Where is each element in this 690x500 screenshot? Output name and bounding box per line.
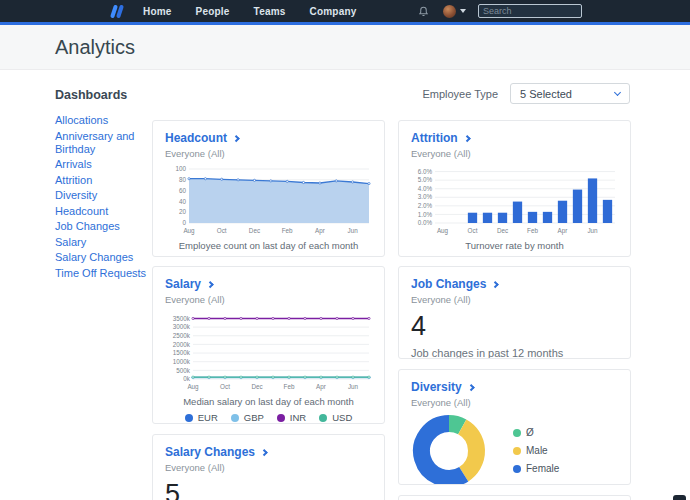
sidebar-item-allocations[interactable]: Allocations [55, 114, 152, 127]
sidebar-item-time-off-requests[interactable]: Time Off Requests [55, 267, 152, 280]
svg-text:Apr: Apr [316, 383, 326, 391]
page-header: Analytics [0, 25, 690, 70]
job-changes-title-link[interactable]: Job Changes [411, 277, 618, 291]
legend-item: GBP [231, 412, 264, 423]
chevron-right-icon [261, 449, 267, 455]
salary-changes-title-link[interactable]: Salary Changes [165, 445, 372, 459]
legend-dot-icon [277, 414, 285, 422]
svg-text:0.0%: 0.0% [418, 219, 433, 226]
diversity-title-link[interactable]: Diversity [411, 380, 618, 394]
chevron-down-icon [614, 88, 621, 95]
sidebar-item-arrivals[interactable]: Arrivals [55, 158, 152, 171]
svg-text:3500k: 3500k [173, 315, 191, 322]
sidebar-item-job-changes[interactable]: Job Changes [55, 220, 152, 233]
nav-item-teams[interactable]: Teams [254, 6, 286, 17]
svg-text:Dec: Dec [497, 227, 508, 234]
card-headcount: Headcount Everyone (All) 020406080100Aug… [152, 120, 385, 257]
sidebar-item-headcount[interactable]: Headcount [55, 205, 152, 218]
legend-dot-icon [513, 465, 521, 473]
job-changes-value: 4 [411, 313, 618, 340]
employee-type-label: Employee Type [422, 88, 498, 100]
legend-dot-icon [185, 414, 193, 422]
headcount-title-link[interactable]: Headcount [165, 131, 372, 145]
headcount-title: Headcount [165, 131, 227, 145]
legend-dot-icon [513, 447, 521, 455]
job-changes-caption: Job changes in past 12 months [411, 347, 618, 359]
avatar-caret-icon [460, 9, 466, 13]
svg-text:1.0%: 1.0% [418, 211, 433, 218]
svg-text:Oct: Oct [217, 227, 227, 234]
chat-widget-partial[interactable] [673, 495, 686, 500]
legend-dot-icon [231, 414, 239, 422]
headcount-chart: 020406080100AugOctDecFebAprJun [165, 165, 374, 235]
salary-changes-subtitle: Everyone (All) [165, 462, 372, 473]
salary-title-link[interactable]: Salary [165, 277, 372, 291]
global-search [478, 4, 582, 18]
diversity-title: Diversity [411, 380, 462, 394]
search-input[interactable] [479, 6, 604, 16]
employee-type-value: 5 Selected [520, 88, 572, 100]
sidebar-item-salary-changes[interactable]: Salary Changes [55, 251, 152, 264]
svg-text:Apr: Apr [558, 227, 568, 235]
legend-item: USD [319, 412, 352, 423]
attrition-title: Attrition [411, 131, 458, 145]
bob-logo-icon [108, 4, 125, 19]
legend-item: Male [513, 445, 559, 456]
attrition-title-link[interactable]: Attrition [411, 131, 618, 145]
card-job-changes: Job Changes Everyone (All) 4 Job changes… [398, 266, 631, 359]
sidebar-item-anniversary-and-birthday[interactable]: Anniversary and Birthday [55, 130, 152, 156]
svg-text:2000k: 2000k [173, 341, 191, 348]
legend-item: INR [277, 412, 306, 423]
legend-item: Female [513, 463, 559, 474]
attrition-caption: Turnover rate by month [411, 240, 618, 251]
headcount-caption: Employee count on last day of each month [165, 240, 372, 251]
svg-text:Dec: Dec [249, 227, 260, 234]
svg-text:Apr: Apr [315, 227, 325, 235]
analytics-page: Home People Teams Company Analytics Dash… [0, 0, 690, 500]
sidebar-item-diversity[interactable]: Diversity [55, 189, 152, 202]
card-diversity: Diversity Everyone (All) ØMaleFemale [398, 369, 631, 485]
svg-text:Jun: Jun [587, 227, 598, 234]
svg-text:Feb: Feb [284, 383, 295, 390]
svg-text:Dec: Dec [251, 383, 262, 390]
sidebar-item-salary[interactable]: Salary [55, 236, 152, 249]
svg-text:40: 40 [179, 198, 187, 205]
svg-text:60: 60 [179, 187, 187, 194]
nav-item-people[interactable]: People [196, 6, 230, 17]
chevron-right-icon [207, 281, 213, 287]
legend-item: Ø [513, 427, 559, 438]
diversity-subtitle: Everyone (All) [411, 397, 618, 408]
salary-legend: EURGBPINRUSD [165, 412, 372, 423]
page-title: Analytics [0, 25, 690, 59]
svg-text:5.0%: 5.0% [418, 176, 433, 183]
svg-text:2.0%: 2.0% [418, 202, 433, 209]
svg-text:4.0%: 4.0% [418, 185, 433, 192]
user-avatar [443, 5, 456, 18]
diversity-donut-chart [411, 413, 487, 485]
nav-item-home[interactable]: Home [143, 6, 172, 17]
salary-title: Salary [165, 277, 201, 291]
svg-text:3.0%: 3.0% [418, 193, 433, 200]
sidebar-item-attrition[interactable]: Attrition [55, 174, 152, 187]
svg-text:100: 100 [175, 165, 186, 172]
dashboards-heading: Dashboards [55, 88, 127, 102]
nav-item-company[interactable]: Company [310, 6, 357, 17]
brand-logo[interactable] [108, 4, 125, 19]
notification-bell-icon[interactable] [418, 5, 429, 17]
svg-text:Aug: Aug [437, 227, 449, 235]
user-menu[interactable] [443, 5, 466, 18]
svg-text:500k: 500k [176, 367, 191, 374]
svg-text:1000k: 1000k [173, 358, 191, 365]
salary-chart: 0k500k1000k1500k2000k2500k3000k3500kAugO… [165, 311, 374, 391]
svg-text:0k: 0k [183, 375, 191, 382]
svg-text:Jun: Jun [348, 227, 359, 234]
headcount-subtitle: Everyone (All) [165, 148, 372, 159]
legend-dot-icon [319, 414, 327, 422]
employee-type-select[interactable]: 5 Selected [510, 83, 630, 104]
salary-subtitle: Everyone (All) [165, 294, 372, 305]
svg-text:2500k: 2500k [173, 332, 191, 339]
card-partial-next [398, 495, 631, 500]
attrition-subtitle: Everyone (All) [411, 148, 618, 159]
svg-text:Feb: Feb [527, 227, 538, 234]
attrition-chart: 0.0%1.0%2.0%3.0%4.0%5.0%6.0%AugOctDecFeb… [411, 165, 620, 235]
